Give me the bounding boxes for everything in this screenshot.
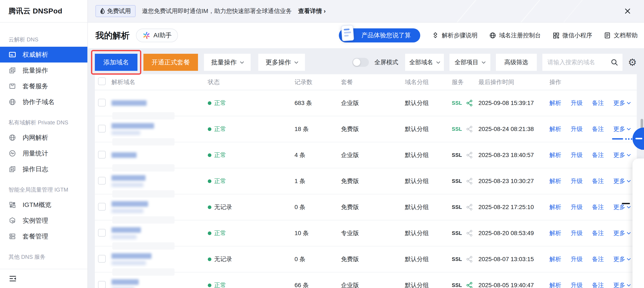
share-nodes-icon[interactable] [466, 281, 473, 288]
row-checkbox[interactable] [98, 203, 106, 211]
row-checkbox[interactable] [98, 281, 106, 288]
sidebar-item[interactable]: 内网解析 [0, 130, 87, 145]
sidebar-item[interactable]: IGTM概览 [0, 197, 87, 213]
domain-name-blurred[interactable] [112, 152, 136, 158]
sidebar-item[interactable]: 套餐服务 [0, 78, 87, 94]
add-domain-button[interactable]: 添加域名 [95, 54, 138, 71]
batch-operations-dropdown[interactable]: 批量操作 [204, 54, 250, 71]
domain-name-blurred[interactable] [112, 279, 139, 285]
banner-detail-link[interactable]: 查看详情 › [298, 7, 326, 15]
row-action-resolve[interactable]: 解析 [550, 151, 561, 159]
row-checkbox[interactable] [98, 99, 106, 106]
plan-name: 企业版 [341, 151, 405, 159]
row-action-upgrade[interactable]: 升级 [571, 99, 583, 107]
row-action-more[interactable]: 更多 [613, 99, 630, 107]
row-action-resolve[interactable]: 解析 [550, 203, 561, 211]
row-action-more[interactable]: 更多 [613, 229, 630, 237]
row-action-remark[interactable]: 备注 [592, 177, 604, 185]
ssl-service-label[interactable]: SSL [452, 204, 462, 210]
row-action-resolve[interactable]: 解析 [550, 125, 561, 133]
sidebar-item[interactable]: 实例管理 [0, 213, 87, 228]
row-action-more[interactable]: 更多 [613, 281, 630, 288]
row-checkbox[interactable] [98, 255, 106, 263]
sidebar-item[interactable]: 操作日志 [0, 161, 87, 177]
ai-assistant-button[interactable]: AI助手 [136, 29, 178, 42]
row-action-more[interactable]: 更多 [613, 151, 630, 159]
row-action-upgrade[interactable]: 升级 [571, 203, 583, 211]
ssl-service-label[interactable]: SSL [452, 230, 462, 236]
search-icon[interactable] [610, 59, 618, 66]
ssl-service-label[interactable]: SSL [452, 100, 462, 106]
domain-name-blurred[interactable] [112, 253, 152, 259]
quick-link[interactable]: 解析步骤说明 [432, 31, 478, 40]
row-action-upgrade[interactable]: 升级 [571, 281, 583, 288]
sidebar-item[interactable]: w.权威解析 [0, 47, 87, 63]
row-action-remark[interactable]: 备注 [592, 255, 604, 263]
quick-link[interactable]: 文档帮助 [604, 31, 638, 40]
quick-link[interactable]: 微信小程序 [552, 31, 592, 40]
sidebar-item[interactable]: 批量操作 [0, 63, 87, 78]
domain-name-blurred[interactable] [112, 100, 146, 106]
row-checkbox[interactable] [98, 125, 106, 132]
domain-name-blurred[interactable] [112, 175, 146, 181]
quick-link[interactable]: 域名注册控制台 [489, 31, 541, 40]
row-action-upgrade[interactable]: 升级 [571, 151, 583, 159]
fullscreen-toggle[interactable] [352, 58, 369, 67]
domain-name-blurred[interactable] [112, 123, 154, 129]
row-action-remark[interactable]: 备注 [592, 229, 604, 237]
row-action-upgrade[interactable]: 升级 [571, 125, 583, 133]
more-operations-dropdown[interactable]: 更多操作 [258, 54, 305, 71]
row-action-more[interactable]: 更多 [613, 255, 630, 263]
row-action-resolve[interactable]: 解析 [550, 255, 561, 263]
domain-name-blurred[interactable] [112, 227, 141, 233]
share-nodes-icon[interactable] [466, 255, 473, 263]
banner-close-button[interactable] [624, 8, 631, 14]
floating-side-panel[interactable] [632, 158, 644, 288]
row-checkbox[interactable] [98, 229, 106, 237]
row-checkbox[interactable] [98, 177, 106, 184]
row-action-resolve[interactable]: 解析 [550, 229, 561, 237]
advanced-filter-button[interactable]: 高级筛选 [496, 54, 537, 71]
row-action-upgrade[interactable]: 升级 [571, 177, 583, 185]
row-action-remark[interactable]: 备注 [592, 281, 604, 288]
select-all-checkbox[interactable] [98, 77, 106, 85]
collapse-sidebar-icon[interactable] [8, 274, 17, 283]
row-action-resolve[interactable]: 解析 [550, 281, 561, 288]
share-nodes-icon[interactable] [466, 99, 473, 107]
row-action-upgrade[interactable]: 升级 [571, 229, 583, 237]
ssl-service-label[interactable]: SSL [452, 152, 462, 158]
row-action-resolve[interactable]: 解析 [550, 177, 561, 185]
open-plan-button[interactable]: 开通正式套餐 [144, 54, 198, 71]
project-filter-dropdown[interactable]: 全部项目 [450, 54, 490, 71]
last-operation-time: 2025-08-07 13:03:15 [478, 256, 550, 263]
share-nodes-icon[interactable] [466, 177, 473, 185]
ssl-service-label[interactable]: SSL [452, 126, 462, 132]
row-action-more[interactable]: 更多 [613, 125, 630, 133]
share-nodes-icon[interactable] [466, 151, 473, 159]
ssl-service-label[interactable]: SSL [452, 256, 462, 262]
row-action-resolve[interactable]: 解析 [550, 99, 561, 107]
domain-name-blurred[interactable] [112, 201, 148, 207]
row-action-remark[interactable]: 备注 [592, 125, 604, 133]
row-action-remark[interactable]: 备注 [592, 151, 604, 159]
sidebar-item[interactable]: 套餐管理 [0, 228, 87, 244]
sidebar-item-label: 套餐管理 [22, 232, 48, 241]
minimize-dash-icon[interactable] [622, 203, 630, 204]
share-nodes-icon[interactable] [466, 125, 473, 133]
ssl-service-label[interactable]: SSL [452, 282, 462, 288]
domain-filter-dropdown[interactable]: 全部域名 [405, 54, 444, 71]
share-nodes-icon[interactable] [466, 203, 473, 211]
row-action-more[interactable]: 更多 [613, 203, 630, 211]
row-checkbox[interactable] [98, 151, 106, 158]
sidebar-item[interactable]: 协作子域名 [0, 94, 87, 110]
ssl-service-label[interactable]: SSL [452, 178, 462, 184]
sidebar-item[interactable]: 用量统计 [0, 145, 87, 161]
row-action-upgrade[interactable]: 升级 [571, 255, 583, 263]
product-feedback-button[interactable]: 产品体验您说了算 [339, 28, 420, 43]
row-action-remark[interactable]: 备注 [592, 203, 604, 211]
column-settings-gear-icon[interactable]: ⚙ [628, 57, 637, 67]
row-action-remark[interactable]: 备注 [592, 99, 604, 107]
domain-search-input[interactable] [548, 59, 608, 66]
row-action-more[interactable]: 更多 [613, 177, 630, 185]
share-nodes-icon[interactable] [466, 229, 473, 237]
